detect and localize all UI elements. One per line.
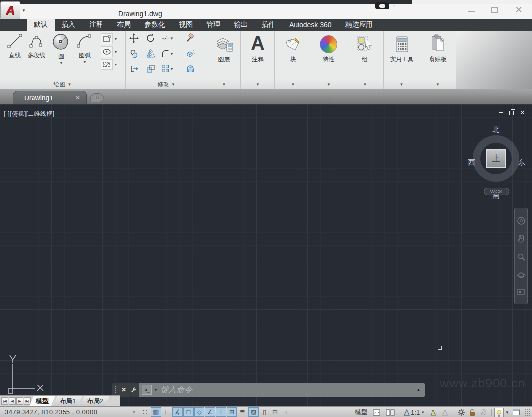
isolate-caret-icon[interactable]: ▼ [505,410,509,415]
panel-block-footer[interactable]: ▼ [275,79,311,89]
object-snap-tracking-toggle[interactable]: ∠ [205,407,215,417]
quick-properties-toggle[interactable]: ▯ [259,407,269,417]
polyline-tool[interactable]: 多段线 [25,33,48,60]
pan-hand-icon[interactable] [517,234,525,243]
file-tab-drawing1[interactable]: Drawing1 ✕ [13,91,87,104]
array-dropdown-icon[interactable]: ▼ [170,67,174,71]
annotation-monitor-toggle[interactable]: + [281,407,291,417]
snap-mode-toggle[interactable]: ∷ [140,407,150,417]
array-tool[interactable]: ▼ [161,63,174,75]
circle-tool[interactable]: 圆 ▼ [49,33,73,65]
command-input[interactable]: >_ ▼ 键入命令 ▲ [139,383,425,397]
circle-dropdown-icon[interactable]: ▼ [59,61,63,65]
dynamic-ucs-toggle[interactable]: ⊥ [216,407,226,417]
ellipse-tool[interactable]: ▼ [101,46,118,57]
layout-first-button[interactable]: |◀ [1,397,8,405]
dynamic-input-toggle[interactable]: ⊞ [227,407,237,417]
ribbon-display-toggle-icon[interactable] [375,2,389,9]
view-cube-top-face[interactable]: 上 [486,149,506,168]
layout-prev-button[interactable]: ◀ [9,397,16,405]
isolate-objects-button[interactable] [494,408,504,417]
file-tab-close-icon[interactable]: ✕ [75,95,80,101]
command-prompt-icon[interactable]: >_ [142,385,152,395]
workspace-switching-icon[interactable] [456,408,466,417]
panel-annotation-footer[interactable]: ▼ [241,79,274,89]
orbit-icon[interactable] [517,271,526,280]
wcs-button[interactable]: WCS [484,188,509,195]
tab-autodesk360[interactable]: Autodesk 360 [282,19,338,31]
tab-manage[interactable]: 管理 [200,19,227,31]
panel-group-footer[interactable]: ▼ [346,79,383,89]
command-line[interactable]: ✕ >_ ▼ 键入命令 ▲ [112,383,425,397]
copy-tool[interactable] [128,48,140,60]
annotation-scale-caret-icon[interactable]: ▼ [421,410,425,415]
drag-grip-icon[interactable] [115,385,117,394]
erase-tool[interactable] [184,32,197,44]
navigation-bar[interactable] [514,208,528,304]
show-motion-icon[interactable] [517,289,525,296]
quick-view-drawings-icon[interactable] [371,408,382,417]
viewport-minimize-icon[interactable] [499,112,503,113]
rotate-tool[interactable] [144,32,157,44]
arc-dropdown-icon[interactable]: ▼ [83,60,87,64]
command-history-caret-icon[interactable]: ▼ [154,388,158,392]
hatch-tool[interactable]: ▼ [101,59,118,70]
panel-modify-footer[interactable]: 修改▼ [126,79,207,89]
ribbon-display-caret-icon[interactable]: ▼ [392,4,396,8]
viewport-close-icon[interactable]: ✕ [520,110,525,115]
annotation-visibility-icon[interactable] [428,408,438,417]
lineweight-toggle[interactable]: ≣ [237,407,248,417]
panel-layers-footer[interactable]: ▼ [207,79,240,89]
new-drawing-button[interactable]: + [90,93,104,102]
panel-properties[interactable]: 特性 ▼ [311,31,346,89]
model-space-button[interactable]: 模型 [353,408,369,417]
panel-clipboard-footer[interactable]: ▼ [420,79,456,89]
layout-tab-layout1[interactable]: 布局1 [53,396,83,406]
move-tool[interactable] [128,32,140,44]
rectangle-tool[interactable]: ▼ [101,33,118,44]
infer-constraints-toggle[interactable]: ⌖ [129,407,139,417]
trim-tool[interactable]: ▼ [161,32,174,44]
layout-tab-layout2[interactable]: 布局2 [80,396,110,406]
layout-next-button[interactable]: ▶ [16,397,23,405]
minimize-button[interactable] [468,8,475,12]
arc-tool[interactable]: 圆弧 ▼ [73,33,97,64]
hatch-dropdown-icon[interactable]: ▼ [114,63,118,67]
panel-group[interactable]: 组 ▼ [346,31,384,89]
grid-display-toggle[interactable]: ▦ [151,407,161,417]
drawing-canvas[interactable]: [-][俯视][二维线框] ✕ 北 南 西 东 上 WCS [0,104,532,406]
quick-view-layouts-icon[interactable] [384,408,397,417]
resize-grip-icon[interactable] [525,408,530,416]
stretch-tool[interactable] [128,63,140,75]
maximize-button[interactable] [491,7,498,13]
panel-utilities[interactable]: 实用工具 ▼ [384,31,420,89]
view-cube-north[interactable]: 北 [492,125,499,134]
ellipse-dropdown-icon[interactable]: ▼ [114,50,118,54]
panel-properties-footer[interactable]: ▼ [311,79,346,89]
zoom-icon[interactable] [517,253,526,261]
view-cube-east[interactable]: 东 [518,158,525,167]
panel-layers[interactable]: 图层 ▼ [207,31,241,89]
ortho-mode-toggle[interactable]: ∟ [162,407,172,417]
tab-parametric[interactable]: 参数化 [137,19,172,31]
app-menu-caret-icon[interactable]: ▼ [22,8,26,13]
command-line-handle[interactable]: ✕ [112,383,139,397]
tab-annotate[interactable]: 注释 [82,19,110,31]
layout-tab-model[interactable]: 模型 [29,396,56,406]
fillet-dropdown-icon[interactable]: ▼ [170,52,174,56]
offset-tool[interactable] [184,63,197,75]
customize-wrench-icon[interactable] [130,386,137,393]
app-menu-button[interactable]: A [0,1,20,19]
clean-screen-button[interactable] [511,408,522,417]
tab-insert[interactable]: 插入 [55,19,82,31]
toolbar-lock-icon[interactable] [468,408,477,417]
layout-last-button[interactable]: ▶| [24,397,31,405]
polar-tracking-toggle[interactable]: ∡ [172,407,183,417]
viewport-controls-label[interactable]: [-][俯视][二维线框] [4,110,55,118]
panel-annotation[interactable]: A 注释 ▼ [241,31,275,89]
command-expand-icon[interactable]: ▲ [416,387,421,392]
3d-object-snap-toggle[interactable]: ◇ [194,407,204,417]
tab-layout[interactable]: 布局 [110,19,137,31]
command-close-icon[interactable]: ✕ [121,386,126,393]
tab-featured-apps[interactable]: 精选应用 [338,19,380,31]
